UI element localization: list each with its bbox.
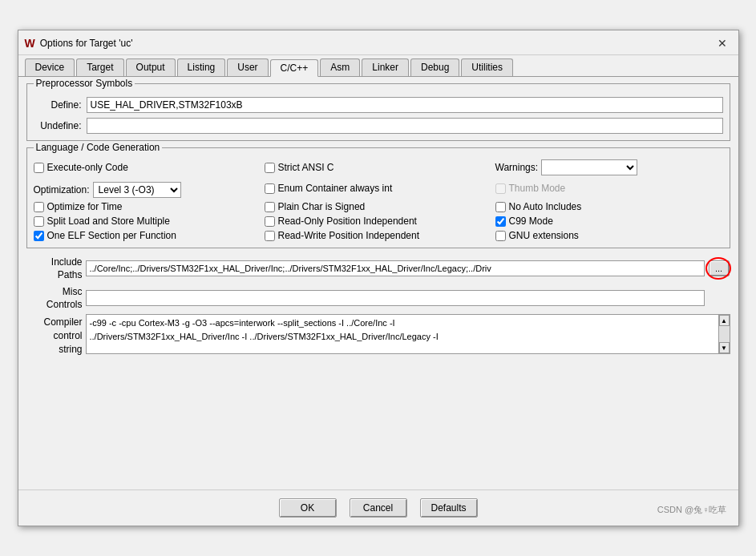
no-auto-includes-row: No Auto Includes	[495, 201, 723, 212]
title-bar: W Options for Target 'uc' ✕	[18, 30, 738, 55]
read-only-checkbox[interactable]	[265, 216, 275, 227]
optimization-select[interactable]: Level 3 (-O3)	[93, 182, 181, 198]
compiler-value: -c99 -c -cpu Cortex-M3 -g -O3 --apcs=int…	[90, 316, 726, 343]
tab-listing[interactable]: Listing	[177, 58, 226, 76]
read-write-row: Read-Write Position Independent	[265, 230, 492, 241]
tab-device[interactable]: Device	[25, 58, 75, 76]
close-button[interactable]: ✕	[714, 35, 730, 51]
undefine-row: Undefine:	[34, 118, 723, 134]
compiler-string-area: -c99 -c -cpu Cortex-M3 -g -O3 --apcs=int…	[86, 314, 730, 354]
enum-container-row: Enum Container always int	[265, 183, 492, 194]
thumb-mode-label: Thumb Mode	[509, 183, 566, 194]
preprocessor-group-label: Preprocessor Symbols	[34, 78, 135, 89]
plain-char-checkbox[interactable]	[265, 202, 275, 212]
misc-controls-input[interactable]	[86, 290, 705, 306]
watermark-text: CSDN @兔♀️吃草	[657, 504, 727, 516]
include-paths-label: Include Paths	[26, 255, 83, 281]
define-row: Define:	[34, 97, 723, 113]
define-label: Define:	[34, 99, 82, 111]
c99-mode-checkbox[interactable]	[495, 216, 506, 227]
enum-container-label: Enum Container always int	[278, 183, 393, 194]
app-icon: W	[25, 37, 35, 50]
c99-mode-row: C99 Mode	[495, 216, 723, 227]
execute-only-label: Execute-only Code	[47, 162, 128, 173]
tab-asm[interactable]: Asm	[320, 58, 360, 76]
strict-ansi-checkbox[interactable]	[265, 163, 275, 173]
enum-container-checkbox[interactable]	[265, 183, 275, 194]
optimize-time-checkbox[interactable]	[34, 202, 44, 212]
compiler-scrollbar: ▲ ▼	[718, 315, 730, 353]
gnu-extensions-row: GNU extensions	[495, 230, 723, 241]
execute-only-checkbox[interactable]	[34, 163, 44, 173]
dialog-body: Preprocessor Symbols Define: Undefine: L…	[18, 76, 738, 490]
tab-output[interactable]: Output	[126, 58, 176, 76]
undefine-input[interactable]	[87, 118, 723, 134]
tab-user[interactable]: User	[227, 58, 268, 76]
execute-only-row: Execute-only Code	[34, 162, 261, 173]
tab-utilities[interactable]: Utilities	[461, 58, 513, 76]
language-group-label: Language / Code Generation	[34, 142, 163, 153]
browse-btn-wrapper: ...	[708, 260, 730, 276]
plain-char-label: Plain Char is Signed	[278, 201, 366, 212]
title-bar-left: W Options for Target 'uc'	[25, 37, 133, 50]
defaults-button[interactable]: Defaults	[420, 498, 478, 518]
tab-debug[interactable]: Debug	[410, 58, 459, 76]
scroll-up-arrow[interactable]: ▲	[719, 315, 730, 326]
no-auto-includes-label: No Auto Includes	[509, 201, 582, 212]
warnings-label: Warnings:	[495, 162, 539, 173]
split-load-checkbox[interactable]	[34, 216, 44, 227]
warnings-select[interactable]	[541, 159, 637, 175]
misc-controls-label: Misc Controls	[26, 284, 83, 311]
ok-button[interactable]: OK	[279, 498, 337, 518]
dialog-footer: OK Cancel Defaults CSDN @兔♀️吃草	[18, 490, 738, 526]
include-paths-value: ../Core/Inc;../Drivers/STM32F1xx_HAL_Dri…	[90, 264, 491, 273]
define-input[interactable]	[87, 97, 723, 113]
main-dialog: W Options for Target 'uc' ✕ Device Targe…	[18, 30, 739, 526]
read-write-checkbox[interactable]	[265, 231, 275, 241]
no-auto-includes-checkbox[interactable]	[495, 202, 506, 212]
include-browse-button[interactable]: ...	[709, 260, 730, 276]
tab-linker[interactable]: Linker	[362, 58, 409, 76]
one-elf-label: One ELF Section per Function	[47, 230, 176, 241]
one-elf-row: One ELF Section per Function	[34, 230, 261, 241]
gnu-extensions-checkbox[interactable]	[495, 231, 506, 241]
read-write-label: Read-Write Position Independent	[278, 230, 420, 241]
optimization-label: Optimization:	[34, 184, 90, 195]
preprocessor-group: Preprocessor Symbols Define: Undefine:	[26, 83, 730, 141]
scroll-down-arrow[interactable]: ▼	[719, 342, 730, 353]
thumb-mode-row: Thumb Mode	[495, 183, 723, 194]
optimize-time-label: Optimize for Time	[47, 201, 123, 212]
split-load-row: Split Load and Store Multiple	[34, 216, 261, 227]
plain-char-row: Plain Char is Signed	[265, 201, 492, 212]
optimize-time-row: Optimize for Time	[34, 201, 261, 212]
gnu-extensions-label: GNU extensions	[509, 230, 579, 241]
tab-cpp[interactable]: C/C++	[270, 59, 319, 77]
include-paths-display: ../Core/Inc;../Drivers/STM32F1xx_HAL_Dri…	[86, 260, 705, 276]
read-only-label: Read-Only Position Independent	[278, 216, 417, 227]
tab-bar: Device Target Output Listing User C/C++ …	[18, 55, 738, 76]
compiler-label: Compiler control string	[26, 314, 83, 356]
split-load-label: Split Load and Store Multiple	[47, 216, 170, 227]
one-elf-checkbox[interactable]	[34, 231, 44, 241]
dialog-title: Options for Target 'uc'	[40, 38, 133, 49]
warnings-row: Warnings:	[495, 159, 723, 175]
undefine-label: Undefine:	[34, 120, 82, 131]
strict-ansi-row: Strict ANSI C	[265, 162, 492, 173]
cancel-button[interactable]: Cancel	[350, 498, 407, 518]
tab-target[interactable]: Target	[76, 58, 123, 76]
language-group: Language / Code Generation Execute-only …	[26, 147, 730, 248]
read-only-row: Read-Only Position Independent	[265, 216, 492, 227]
strict-ansi-label: Strict ANSI C	[278, 162, 334, 173]
thumb-mode-checkbox	[495, 183, 506, 194]
c99-mode-label: C99 Mode	[509, 216, 553, 227]
optimization-row: Optimization: Level 3 (-O3)	[34, 182, 261, 198]
